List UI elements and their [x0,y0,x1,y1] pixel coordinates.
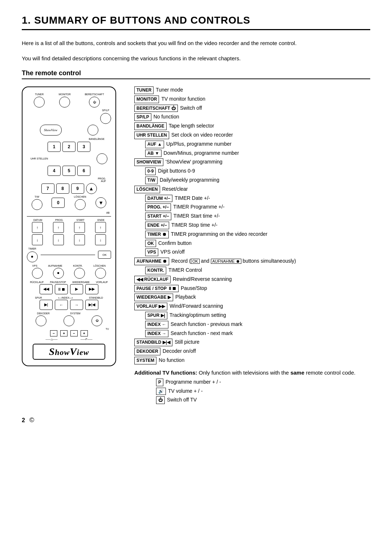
desc-prog: TIMER Programme +/- [173,203,370,211]
loschen-button[interactable] [75,199,86,210]
tuner-group: TUNER [34,93,45,108]
prog-up-button[interactable]: ▲ [86,183,97,194]
tv-plus-1[interactable]: + [60,330,68,336]
key-monitor: MONITOR [134,96,159,103]
uhr-stellen-button[interactable] [97,153,107,164]
intro-paragraph-2: You will find detailed descriptions conc… [22,54,370,63]
spur-button[interactable]: ▶| [40,300,53,310]
spur-label: SPUR [35,296,42,299]
prog-up[interactable]: ↑ [53,222,64,233]
vorlauf-button[interactable]: ▶▶ [85,284,98,294]
desc-dekoder: Decoder on/off [163,348,370,355]
rucklauf-button[interactable]: ◀◀ [40,284,53,294]
key-wiedergabe: WIEDERGABE ▶ [134,294,173,301]
desc-kontr: TIMER Control [168,267,370,274]
tw-button[interactable] [32,199,42,210]
num-row-789: 7 8 9 ▲ [27,183,111,194]
legend-ende: ENDE +/− TIMER Stop time +/- [145,222,370,229]
num-3[interactable]: 3 [77,142,90,152]
additional-desc2: remote control code. [306,370,356,376]
num-2[interactable]: 2 [62,142,75,152]
num-4[interactable]: 4 [48,166,61,176]
num-0[interactable]: 0 [52,198,65,208]
legend-loschen: LÖSCHEN Reset/clear [134,186,370,193]
legend-ok: OK Confirm button [145,240,370,247]
start-down[interactable]: ↓ [74,234,85,245]
legend-tw: T/W Daily/weekly programming [145,177,370,184]
num-8[interactable]: 8 [56,183,69,194]
start-up[interactable]: ↑ [74,222,85,233]
wiedergabe-button[interactable]: ▶ [70,284,83,294]
tv-plus-2[interactable]: + [81,330,88,336]
bandlange-placeholder-btn[interactable] [87,125,98,136]
prog-down[interactable]: ↓ [53,234,64,245]
prog-down-button[interactable]: ▼ [95,197,106,208]
splp-button[interactable] [100,113,111,124]
index-fwd-button[interactable]: → [70,300,83,310]
monitor-group: MONITOR [59,93,71,108]
key-standbild: STANDBILD ▶|◀ [134,339,172,346]
tv-minus-2[interactable]: − [70,330,78,336]
splp-group: SP/LP [100,109,111,124]
num-7[interactable]: 7 [41,183,54,194]
ende-down[interactable]: ↓ [95,234,106,245]
timer-button[interactable]: ⏺ [27,251,38,262]
aufnahme-button[interactable]: ⏺ [53,268,64,279]
datum-arrow-label: DATUM [33,219,42,221]
loschen2-button[interactable] [95,268,106,279]
section-title-remote: The remote control [22,69,370,79]
timer-ok-row: TIMER ⏺ OK [27,247,111,262]
spur-labels: SPUR •—INDEX—• STANDBILD [27,296,111,299]
showview-button[interactable]: ShowView [40,125,62,136]
index-back-button[interactable]: ← [55,300,68,310]
key-rucklauf: ◀◀ RÜCKLAUF [134,276,171,283]
ende-up[interactable]: ↑ [95,222,106,233]
bereitschaft-button[interactable]: ⏻ [89,97,100,108]
loschen2-label: LÖSCHEN [93,265,106,267]
showview-logo: ShowView [33,344,105,360]
legend-dekoder: DEKODER Decoder on/off [134,348,370,355]
legend-spur: SPUR ▶| Tracking/optimum setting [145,312,370,319]
tv-minus-1[interactable]: − [50,330,57,336]
key-spur: SPUR ▶| [145,312,167,319]
key-prog: PROG. +/− [145,203,171,211]
vorlauf-label: VORLAUF [96,281,108,283]
key-ab: AB ▼ [145,150,162,157]
legend-aufnahme: AUFNAHME ⏺ Record (OK and AUFNAHME ⏺ but… [134,258,370,265]
tuner-label: TUNER [35,93,44,96]
legend-start: START +/− TIMER Start time +/- [145,213,370,220]
monitor-button[interactable] [59,97,70,108]
legend-index-fwd: INDEX → Search function - next mark [145,330,370,338]
num-1[interactable]: 1 [48,142,61,152]
kontr-button[interactable] [74,268,85,279]
standbild-button[interactable]: ▶|◀ [85,300,98,310]
system-button[interactable] [64,315,74,326]
ok-button[interactable]: OK [98,251,111,259]
bereitschaft-label: BEREITSCHAFT [85,93,104,96]
desc-datum: TIMER Date +/- [175,195,370,202]
dekoder-button[interactable] [36,315,46,326]
pause-stop-button[interactable]: ⏸⏹ [55,284,68,294]
additional-same: same [290,370,304,376]
key-tuner: TUNER [134,86,154,94]
additional-desc: Only function with televisions with the [199,370,291,376]
bandlange-label: BANDLÄNGE [27,138,111,140]
desc-wiedergabe: Playback [175,294,370,301]
additional-title: Additional TV functions: [134,370,197,376]
tv-power-button[interactable]: ⏻ [91,315,102,326]
tuner-button[interactable] [34,97,45,108]
num-grid-mid: 4 5 6 [27,166,111,176]
legend-ab: AB ▼ Down/Minus, programme number [145,150,370,157]
desc-09: Digit buttons 0-9 [158,167,370,175]
num-5[interactable]: 5 [62,166,75,176]
timer-group: TIMER ⏺ [27,247,38,262]
num-9[interactable]: 9 [71,183,84,194]
datum-up[interactable]: ↑ [32,222,43,233]
datum-prog-row: DATUM PROG. START ENDE ↑ ↑ ↑ ↑ ↓ ↓ ↓ ↓ [27,219,111,245]
dekoder-labels: DEKODER SYSTEM [27,312,111,315]
datum-down[interactable]: ↓ [32,234,43,245]
num-6[interactable]: 6 [77,166,90,176]
vps-button[interactable] [32,268,43,279]
legend-system: SYSTEM No function [134,357,370,364]
splp-label: SP/LP [102,109,109,112]
